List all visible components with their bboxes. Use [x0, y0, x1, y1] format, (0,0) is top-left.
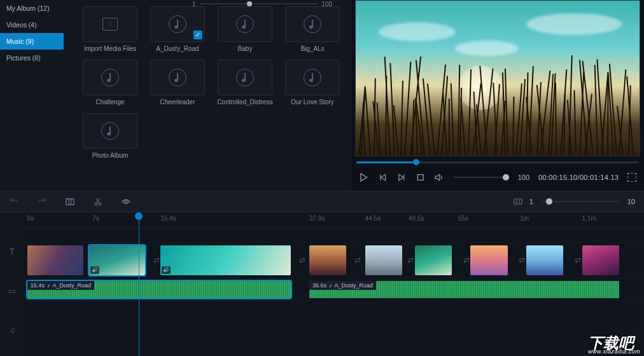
- media-tile-music[interactable]: Challenge: [83, 60, 137, 106]
- media-tile-label: Challenge: [95, 99, 124, 106]
- music-note-icon[interactable]: [150, 60, 205, 95]
- video-clip[interactable]: [309, 245, 346, 275]
- crop-button[interactable]: [121, 196, 131, 207]
- audio-clip[interactable]: 15.4s ♪ A_Dusty_Road: [27, 281, 291, 298]
- svg-rect-0: [417, 175, 423, 181]
- audio-track[interactable]: 15.4s ♪ A_Dusty_Road36.6s ♪ A_Dusty_Road: [24, 278, 644, 301]
- ruler-mark: 0s: [27, 215, 34, 222]
- media-tile-label: Cheerleader: [160, 99, 195, 106]
- media-tile-music[interactable]: A_Dusty_Road: [150, 6, 205, 52]
- track-headers: T ▭ ♫: [0, 212, 24, 356]
- thumb-size-track[interactable]: [200, 3, 318, 4]
- video-clip[interactable]: [470, 245, 507, 275]
- ruler-mark: 37.9s: [309, 215, 325, 222]
- import-icon[interactable]: [83, 6, 137, 42]
- ruler-mark: 1m: [520, 215, 529, 222]
- transition-icon[interactable]: ⇄: [461, 256, 472, 266]
- stop-button[interactable]: [416, 172, 426, 182]
- video-clip[interactable]: 🔊: [89, 245, 145, 275]
- fullscreen-button[interactable]: [627, 173, 636, 182]
- svg-rect-1: [66, 199, 74, 205]
- music-note-icon[interactable]: [218, 60, 272, 95]
- play-button[interactable]: [359, 172, 369, 182]
- music-note-icon[interactable]: [83, 113, 137, 149]
- svg-point-4: [99, 203, 101, 205]
- media-tile-music[interactable]: Photo Album: [83, 113, 137, 159]
- svg-rect-6: [514, 199, 522, 204]
- music-note-icon[interactable]: [83, 60, 137, 95]
- volume-value: 100: [518, 174, 529, 181]
- sidebar-item-music[interactable]: Music (9): [0, 33, 64, 50]
- media-tile-music[interactable]: Big_ALs: [285, 6, 340, 52]
- audio-clip-label: 15.4s ♪ A_Dusty_Road: [27, 281, 94, 290]
- preview-viewport[interactable]: [355, 0, 640, 156]
- media-tile-music[interactable]: Controlled_Distress: [218, 60, 272, 106]
- sidebar-item-pictures[interactable]: Pictures (8): [0, 50, 64, 66]
- media-tile-label: Photo Album: [92, 152, 129, 159]
- svg-point-3: [95, 203, 97, 205]
- media-tile-music[interactable]: Our Love Story: [285, 60, 340, 106]
- clip-audio-icon: 🔊: [90, 266, 99, 274]
- media-panel: 1 100 Import Media FilesA_Dusty_RoadBaby…: [64, 0, 351, 191]
- media-tile-label: Import Media Files: [84, 45, 136, 52]
- transition-icon[interactable]: ⇄: [573, 256, 583, 266]
- video-clip[interactable]: 🔊: [160, 245, 291, 275]
- sidebar-item-videos[interactable]: Videos (4): [0, 17, 64, 33]
- ruler-mark: 1.1m: [582, 215, 596, 222]
- video-clip[interactable]: [582, 245, 619, 275]
- playhead[interactable]: [139, 212, 139, 356]
- timeline-body[interactable]: 0s7s15.4s37.9s44.5s49.5s55s1m1.1m 🔊🔊⇄⇄⇄⇄…: [24, 212, 644, 356]
- app-root: My Album (12) Videos (4) Music (9) Pictu…: [0, 0, 644, 356]
- transition-icon[interactable]: ⇄: [151, 256, 162, 266]
- volume-icon[interactable]: [434, 172, 444, 182]
- ruler-mark: 49.5s: [409, 215, 424, 222]
- music-note-icon[interactable]: [285, 6, 340, 42]
- audio-clip[interactable]: 36.6s ♪ A_Dusty_Road: [309, 281, 619, 298]
- media-tile-label: Controlled_Distress: [217, 99, 272, 106]
- video-clip[interactable]: [365, 245, 402, 275]
- media-sidebar: My Album (12) Videos (4) Music (9) Pictu…: [0, 0, 64, 191]
- transition-icon[interactable]: ⇄: [297, 256, 307, 266]
- volume-slider[interactable]: [453, 177, 509, 178]
- text-track[interactable]: [24, 228, 644, 243]
- split-button[interactable]: [93, 196, 103, 207]
- media-tile-label: Baby: [238, 45, 253, 52]
- video-clip[interactable]: [415, 245, 452, 275]
- transition-icon[interactable]: ⇄: [517, 256, 527, 266]
- zoom-max: 10: [627, 198, 635, 205]
- music-note-icon[interactable]: [285, 60, 340, 95]
- zoom-min: 1: [529, 198, 533, 205]
- undo-button[interactable]: [9, 196, 19, 207]
- ruler-mark: 15.4s: [160, 215, 176, 222]
- next-frame-button[interactable]: [396, 172, 407, 182]
- ruler-mark: 44.5s: [365, 215, 381, 222]
- preview-seekbar[interactable]: [355, 156, 640, 168]
- media-tile-label: Our Love Story: [291, 99, 333, 106]
- video-track[interactable]: 🔊🔊⇄⇄⇄⇄⇄⇄⇄: [24, 243, 644, 278]
- audio-track-icon: ♫: [9, 325, 15, 335]
- transition-icon[interactable]: ⇄: [353, 256, 363, 266]
- video-clip[interactable]: [27, 245, 83, 275]
- time-ruler[interactable]: 0s7s15.4s37.9s44.5s49.5s55s1m1.1m: [24, 212, 644, 228]
- transition-icon[interactable]: ⇄: [405, 256, 416, 266]
- prev-frame-button[interactable]: [378, 172, 388, 182]
- text-track-icon: T: [10, 247, 15, 256]
- svg-point-2: [69, 200, 72, 203]
- timeline: T ▭ ♫ 0s7s15.4s37.9s44.5s49.5s55s1m1.1m …: [0, 212, 644, 356]
- snapshot-button[interactable]: [65, 196, 75, 207]
- media-tile-music[interactable]: Cheerleader: [150, 60, 205, 106]
- media-tile-label: A_Dusty_Road: [156, 45, 199, 52]
- sidebar-item-album[interactable]: My Album (12): [0, 0, 64, 17]
- media-tile-music[interactable]: Baby: [218, 6, 272, 52]
- import-media-tile[interactable]: Import Media Files: [83, 6, 137, 52]
- music-note-icon[interactable]: [150, 6, 205, 42]
- zoom-slider[interactable]: [542, 201, 619, 202]
- timeline-toolbar: 1 10: [0, 191, 644, 212]
- top-pane: My Album (12) Videos (4) Music (9) Pictu…: [0, 0, 644, 191]
- fit-button[interactable]: [513, 196, 523, 207]
- video-clip[interactable]: [526, 245, 563, 275]
- preview-timecode: 00:00:15.10/00:01:14.13: [538, 174, 619, 181]
- music-note-icon[interactable]: [218, 6, 272, 42]
- redo-button[interactable]: [37, 196, 47, 207]
- media-grid: Import Media FilesA_Dusty_RoadBabyBig_AL…: [83, 6, 345, 159]
